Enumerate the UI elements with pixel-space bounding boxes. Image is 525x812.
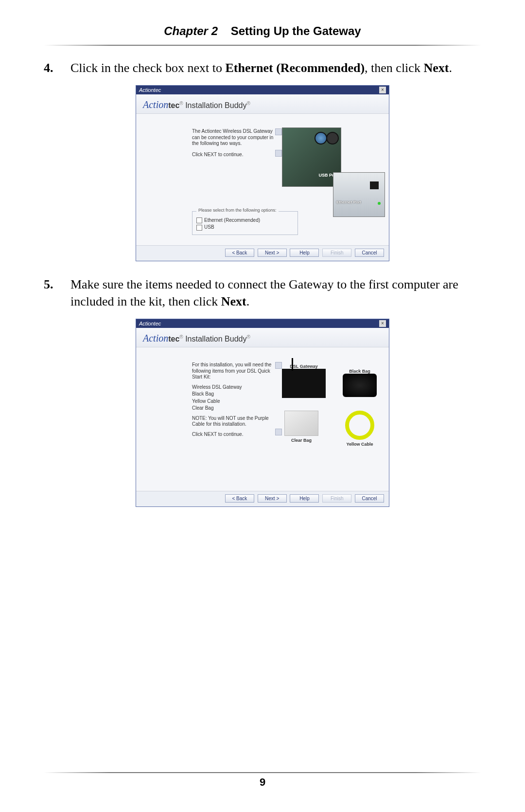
dialog-titlebar: Actiontec × <box>136 86 389 94</box>
chapter-title: Setting Up the Gateway <box>231 24 361 37</box>
kit-label-blackbag: Black Bag <box>340 369 379 374</box>
scroll-up-icon[interactable] <box>275 362 282 369</box>
kit-item-blackbag: Black Bag <box>340 367 379 397</box>
installer-dialog-1: Actiontec × Actiontec® Installation Budd… <box>136 85 389 261</box>
step-4-bold2: Next <box>423 61 449 75</box>
dialog-titlebar: Actiontec × <box>136 319 389 328</box>
brand-script: Action <box>143 99 168 110</box>
options-group: Please select from the following options… <box>192 211 298 235</box>
clear-bag-icon <box>284 411 318 436</box>
dialog2-list3: Yellow Cable <box>192 398 277 405</box>
yellow-cable-icon <box>345 411 374 440</box>
step-5: 5. Make sure the items needed to connect… <box>44 276 481 310</box>
options-legend: Please select from the following options… <box>196 208 279 213</box>
close-icon[interactable]: × <box>379 320 386 327</box>
dialog1-body: The Actiontec Wireless DSL Gateway can b… <box>136 114 389 245</box>
ethernet-port-label: Ethernet Port <box>336 200 361 204</box>
step-4: 4. Click in the check box next to Ethern… <box>44 59 481 76</box>
finish-button: Finish <box>322 494 351 503</box>
gateway-icon <box>282 369 326 398</box>
header-rule <box>44 45 481 46</box>
dialog-title-text: Actiontec <box>139 321 161 326</box>
option-usb-label: USB <box>204 224 214 230</box>
dialog2-para2: Click NEXT to continue. <box>192 432 277 438</box>
brand-reg-icon-2: ® <box>246 334 250 340</box>
option-usb-row[interactable]: USB <box>196 224 294 230</box>
dialog2-buttons: < Back Next > Help Finish Cancel <box>136 491 389 506</box>
dialog2-para1: For this installation, you will need the… <box>192 362 277 380</box>
step-5-bold1: Next <box>221 294 246 308</box>
port-graphic-icon <box>315 132 327 144</box>
step-5-text: Make sure the items needed to connect th… <box>70 276 481 310</box>
brand-product: Installation Buddy <box>183 335 247 343</box>
black-bag-icon <box>343 374 377 397</box>
port-graphic-icon <box>326 132 339 144</box>
next-button[interactable]: Next > <box>258 494 287 503</box>
dialog1-buttons: < Back Next > Help Finish Cancel <box>136 245 389 261</box>
kit-label-yellowcable: Yellow Cable <box>340 442 379 447</box>
step-5-post: . <box>246 294 250 308</box>
dialog2-body: For this installation, you will need the… <box>136 347 389 491</box>
brand-reg-icon: ® <box>179 101 183 106</box>
step-4-post: . <box>449 61 452 75</box>
kit-item-clearbag: Clear Bag <box>282 411 321 443</box>
close-icon[interactable]: × <box>379 87 386 93</box>
dialog2-list4: Clear Bag <box>192 405 277 412</box>
next-button[interactable]: Next > <box>258 249 287 257</box>
ethernet-jack-icon <box>370 181 379 189</box>
cancel-button[interactable]: Cancel <box>355 494 384 503</box>
back-button[interactable]: < Back <box>225 494 254 503</box>
help-button[interactable]: Help <box>290 249 319 257</box>
dialog2-text: For this installation, you will need the… <box>192 362 277 441</box>
brand-reg-icon-2: ® <box>246 101 250 106</box>
checkbox-usb[interactable] <box>196 225 202 231</box>
brand-script: Action <box>143 333 168 343</box>
step-4-number: 4. <box>44 59 70 76</box>
dialog1-para2: Click NEXT to continue. <box>192 152 277 158</box>
ethernet-port-image: Ethernet Port <box>333 172 385 217</box>
step-5-pre: Make sure the items needed to connect th… <box>70 277 458 308</box>
installer-dialog-2: Actiontec × Actiontec® Installation Budd… <box>136 319 389 507</box>
dialog-title-text: Actiontec <box>139 87 161 93</box>
step-4-bold1: Ethernet (Recommended) <box>225 61 365 75</box>
step-4-text: Click in the check box next to Ethernet … <box>70 59 481 76</box>
dialog2-note: NOTE: You will NOT use the Purple Cable … <box>192 415 277 428</box>
step-4-pre: Click in the check box next to <box>70 61 225 75</box>
scroll-up-icon[interactable] <box>275 128 282 135</box>
chapter-label: Chapter 2 <box>164 24 218 37</box>
page-header: Chapter 2 Setting Up the Gateway <box>44 24 481 38</box>
dialog1-text: The Actiontec Wireless DSL Gateway can b… <box>192 128 277 162</box>
dialog-brand-area: Actiontec® Installation Buddy® <box>136 328 389 347</box>
scroll-down-icon[interactable] <box>275 429 282 435</box>
cancel-button[interactable]: Cancel <box>355 249 384 257</box>
dialog1-para1: The Actiontec Wireless DSL Gateway can b… <box>192 128 277 147</box>
kit-label-gateway: DSL Gateway <box>282 364 326 369</box>
checkbox-ethernet[interactable] <box>196 217 202 223</box>
finish-button: Finish <box>322 249 351 257</box>
option-ethernet-row[interactable]: Ethernet (Recommended) <box>196 217 294 223</box>
ethernet-led-icon <box>378 202 381 205</box>
kit-label-clearbag: Clear Bag <box>282 438 321 443</box>
brand-tec: tec <box>168 101 179 109</box>
scroll-down-icon[interactable] <box>275 150 282 157</box>
help-button[interactable]: Help <box>290 494 319 503</box>
footer-rule <box>44 772 481 773</box>
option-ethernet-label: Ethernet (Recommended) <box>204 217 260 223</box>
dialog-brand-area: Actiontec® Installation Buddy® <box>136 94 389 114</box>
dialog2-list1: Wireless DSL Gateway <box>192 384 277 391</box>
dialog2-list2: Black Bag <box>192 391 277 397</box>
brand-tec: tec <box>168 335 179 343</box>
brand-reg-icon: ® <box>179 334 183 340</box>
step-5-number: 5. <box>44 276 70 310</box>
kit-item-gateway: DSL Gateway <box>282 362 326 398</box>
back-button[interactable]: < Back <box>225 249 254 257</box>
kit-item-yellowcable: Yellow Cable <box>340 411 379 447</box>
step-4-mid: , then click <box>365 61 423 75</box>
brand-product: Installation Buddy <box>183 101 247 109</box>
page-number: 9 <box>0 776 525 789</box>
usb-port-image: USB Port <box>282 127 341 187</box>
